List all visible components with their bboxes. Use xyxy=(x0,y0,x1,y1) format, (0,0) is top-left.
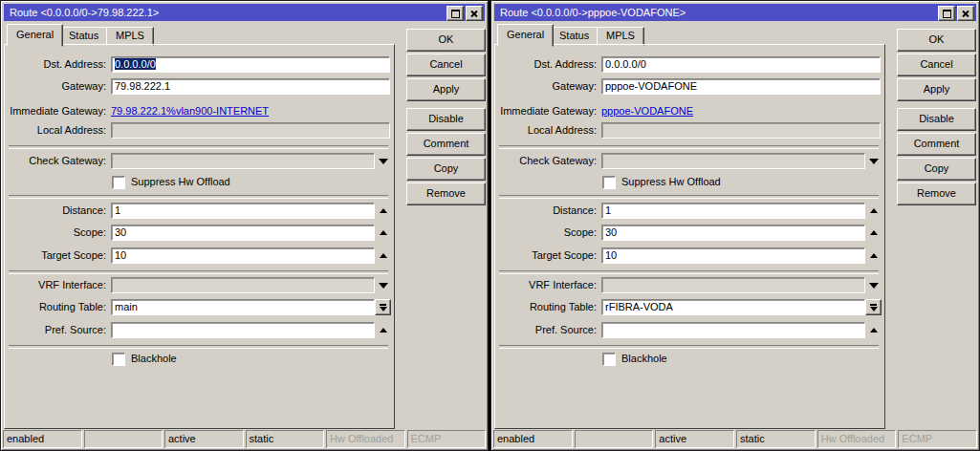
dst-address-input[interactable]: 0.0.0.0/0 xyxy=(111,56,390,73)
gateway-input[interactable]: pppoe-VODAFONE xyxy=(601,78,881,95)
scope-label: Scope: xyxy=(491,225,597,241)
chevron-down-icon xyxy=(380,307,387,311)
copy-button[interactable]: Copy xyxy=(406,158,486,181)
separator xyxy=(499,145,879,149)
check-gateway-select[interactable] xyxy=(111,153,375,169)
spin-up-icon xyxy=(870,328,878,333)
comment-button[interactable]: Comment xyxy=(897,133,976,156)
tab-status[interactable]: Status xyxy=(59,27,108,46)
routing-table-label: Routing Table: xyxy=(491,299,597,315)
target-scope-input[interactable]: 10 xyxy=(111,247,375,264)
status-ecmp: ECMP xyxy=(898,430,977,448)
close-button[interactable] xyxy=(466,6,483,21)
distance-spin-up[interactable] xyxy=(867,203,881,219)
scope-input[interactable]: 30 xyxy=(601,225,865,241)
status-active: active xyxy=(164,430,244,448)
tab-mpls[interactable]: MPLS xyxy=(106,27,154,46)
gateway-input[interactable]: 79.98.222.1 xyxy=(111,78,390,95)
comment-button[interactable]: Comment xyxy=(406,133,486,156)
target-scope-label: Target Scope: xyxy=(1,247,106,264)
scope-label: Scope: xyxy=(1,225,106,241)
vrf-interface-dropdown-button[interactable] xyxy=(377,277,390,293)
distance-label: Distance: xyxy=(1,203,106,219)
titlebar[interactable]: Route <0.0.0.0/0->pppoe-VODAFONE> xyxy=(494,4,976,21)
status-enabled: enabled xyxy=(3,430,82,448)
separator xyxy=(499,195,879,199)
chevron-down-icon xyxy=(379,283,388,289)
tab-general[interactable]: General xyxy=(497,24,554,47)
status-empty xyxy=(84,430,163,448)
target-scope-input[interactable]: 10 xyxy=(601,247,865,264)
pref-source-spin-up[interactable] xyxy=(867,322,881,338)
gateway-label: Gateway: xyxy=(491,78,597,95)
vrf-interface-dropdown-button[interactable] xyxy=(867,277,881,293)
check-gateway-dropdown-button[interactable] xyxy=(867,153,881,169)
cancel-button[interactable]: Cancel xyxy=(897,54,976,76)
disable-button[interactable]: Disable xyxy=(897,108,976,131)
maximize-button[interactable] xyxy=(446,6,464,21)
remove-button[interactable]: Remove xyxy=(897,183,976,205)
routing-table-combo[interactable]: main xyxy=(111,299,375,315)
spin-up-icon xyxy=(380,253,387,258)
separator xyxy=(9,270,388,274)
scope-spin-up[interactable] xyxy=(377,225,390,241)
blackhole-checkbox[interactable] xyxy=(112,353,125,366)
tab-status[interactable]: Status xyxy=(550,27,599,46)
distance-input[interactable]: 1 xyxy=(601,203,865,219)
routing-table-combo[interactable]: rFIBRA-VODA xyxy=(601,299,865,315)
spin-up-icon xyxy=(870,230,878,235)
pref-source-input[interactable] xyxy=(601,322,865,338)
scope-spin-up[interactable] xyxy=(867,225,881,241)
routing-table-label: Routing Table: xyxy=(1,299,106,315)
distance-spin-up[interactable] xyxy=(377,203,390,219)
tab-general[interactable]: General xyxy=(7,24,63,47)
ok-button[interactable]: OK xyxy=(406,29,486,52)
titlebar[interactable]: Route <0.0.0.0/0->79.98.222.1> xyxy=(4,4,485,21)
status-active: active xyxy=(655,430,734,448)
tab-mpls[interactable]: MPLS xyxy=(597,27,644,46)
pref-source-input[interactable] xyxy=(111,322,375,338)
maximize-icon xyxy=(943,10,951,18)
routing-table-drop-button[interactable] xyxy=(375,299,391,315)
blackhole-checkbox[interactable] xyxy=(602,353,616,366)
distance-input[interactable]: 1 xyxy=(111,203,375,219)
suppress-hw-offload-checkbox[interactable] xyxy=(112,176,125,189)
dst-address-input[interactable]: 0.0.0.0/0 xyxy=(601,56,881,73)
spin-up-icon xyxy=(380,230,387,235)
scope-input[interactable]: 30 xyxy=(111,225,375,241)
status-empty xyxy=(575,430,654,448)
apply-button[interactable]: Apply xyxy=(897,78,976,101)
immediate-gateway-link[interactable]: pppoe-VODAFONE xyxy=(601,103,693,119)
blackhole-label: Blackhole xyxy=(131,353,177,365)
copy-button[interactable]: Copy xyxy=(897,158,976,181)
ok-button[interactable]: OK xyxy=(897,29,976,52)
status-static: static xyxy=(246,430,325,448)
local-address-label: Local Address: xyxy=(491,122,597,139)
status-hw-offloaded: Hw Offloaded xyxy=(817,430,897,448)
separator xyxy=(499,270,879,274)
close-button[interactable] xyxy=(957,6,974,21)
spin-up-icon xyxy=(870,208,878,213)
immediate-gateway-label: Immediate Gateway: xyxy=(1,103,106,119)
remove-button[interactable]: Remove xyxy=(406,183,486,205)
vrf-interface-select[interactable] xyxy=(111,277,375,293)
immediate-gateway-link[interactable]: 79.98.222.1%vlan900-INTERNET xyxy=(111,103,269,119)
check-gateway-dropdown-button[interactable] xyxy=(377,153,390,169)
check-gateway-select[interactable] xyxy=(601,153,865,169)
disable-button[interactable]: Disable xyxy=(406,108,486,131)
target-scope-spin-up[interactable] xyxy=(867,247,881,264)
dst-address-label: Dst. Address: xyxy=(491,56,597,73)
chevron-down-icon xyxy=(379,159,388,164)
vrf-interface-select[interactable] xyxy=(601,277,865,293)
maximize-button[interactable] xyxy=(938,6,955,21)
target-scope-spin-up[interactable] xyxy=(377,247,390,264)
target-scope-label: Target Scope: xyxy=(491,247,597,264)
apply-button[interactable]: Apply xyxy=(406,78,486,101)
spin-up-icon xyxy=(380,208,387,213)
pref-source-spin-up[interactable] xyxy=(377,322,390,338)
maximize-icon xyxy=(451,10,460,18)
cancel-button[interactable]: Cancel xyxy=(406,54,486,76)
routing-table-drop-button[interactable] xyxy=(865,299,882,315)
status-bar: enabled active static Hw Offloaded ECMP xyxy=(493,430,977,448)
suppress-hw-offload-checkbox[interactable] xyxy=(602,176,616,189)
